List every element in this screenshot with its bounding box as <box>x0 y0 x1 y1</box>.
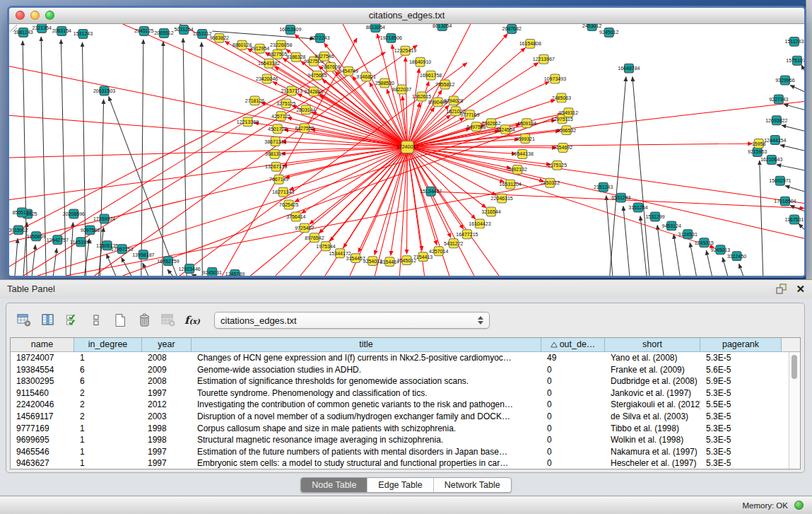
table-cell-year[interactable]: 2003 <box>142 411 192 423</box>
table-cell-name[interactable]: 9777169 <box>11 423 74 435</box>
table-cell-name[interactable]: 18724007 <box>11 352 74 364</box>
table-cell-in_degree[interactable]: 2 <box>74 411 142 423</box>
tab-network-table[interactable]: Network Table <box>433 478 511 492</box>
table-cell-pagerank[interactable]: 5.9E-5 <box>700 375 782 387</box>
column-header-pagerank[interactable]: pagerank <box>700 338 782 352</box>
table-cell-out_de[interactable]: 0 <box>541 387 605 399</box>
select-rows-icon[interactable] <box>63 311 81 329</box>
table-cell-title[interactable]: Disruption of a novel member of a sodium… <box>192 411 541 423</box>
table-cell-pagerank[interactable]: 5.3E-5 <box>700 446 782 458</box>
table-cell-short[interactable]: Wolkin et al. (1998) <box>605 434 700 446</box>
table-cell-short[interactable]: Nakamura et al. (1997) <box>605 446 700 458</box>
table-cell-in_degree[interactable]: 1 <box>74 457 142 469</box>
table-cell-pagerank[interactable]: 5.6E-5 <box>700 364 782 376</box>
column-header-name[interactable]: name <box>11 338 74 352</box>
table-row[interactable]: 969969511998Structural magnetic resonanc… <box>11 434 789 446</box>
table-cell-title[interactable]: Investigating the contribution of common… <box>192 399 541 411</box>
table-cell-year[interactable]: 2009 <box>142 364 192 376</box>
table-cell-short[interactable]: Stergiakouli et al. (2012) <box>605 399 700 411</box>
table-cell-in_degree[interactable]: 1 <box>74 352 142 364</box>
table-cell-title[interactable]: Corpus callosum shape and size in male p… <box>192 423 541 435</box>
table-cell-out_de[interactable]: 0 <box>541 446 605 458</box>
table-panel-titlebar[interactable]: Table Panel ✕ <box>0 280 812 298</box>
function-builder-icon[interactable]: f(x) <box>183 311 201 329</box>
table-cell-name[interactable]: 9465546 <box>11 446 74 458</box>
table-cell-in_degree[interactable]: 6 <box>74 364 142 376</box>
table-cell-title[interactable]: Embryonic stem cells: a model to study s… <box>192 457 541 469</box>
table-settings-icon[interactable] <box>15 311 33 329</box>
delete-column-icon[interactable] <box>135 311 153 329</box>
table-cell-pagerank[interactable]: 5.3E-5 <box>700 387 782 399</box>
table-cell-in_degree[interactable]: 1 <box>74 446 142 458</box>
graph-edge-black[interactable] <box>192 274 195 276</box>
column-header-short[interactable]: short <box>605 338 700 352</box>
column-header-year[interactable]: year <box>142 338 192 352</box>
vertical-scrollbar[interactable] <box>789 352 800 469</box>
table-cell-out_de[interactable]: 0 <box>541 399 605 411</box>
table-cell-pagerank[interactable]: 5.5E-5 <box>700 399 782 411</box>
table-cell-name[interactable]: 22420046 <box>11 399 74 411</box>
table-cell-title[interactable]: Changes of HCN gene expression and I(f) … <box>192 352 541 364</box>
table-cell-out_de[interactable]: 49 <box>541 352 605 364</box>
table-cell-year[interactable]: 2008 <box>142 375 192 387</box>
table-cell-year[interactable]: 2012 <box>142 399 192 411</box>
table-cell-pagerank[interactable]: 5.3E-5 <box>700 434 782 446</box>
table-cell-short[interactable]: Jankovic et al. (1997) <box>605 387 700 399</box>
table-cell-short[interactable]: Franke et al. (2009) <box>605 364 700 376</box>
table-row[interactable]: 1872400712008Changes of HCN gene express… <box>11 352 789 364</box>
row-height-icon[interactable] <box>87 311 105 329</box>
table-cell-out_de[interactable]: 0 <box>541 434 605 446</box>
table-cell-out_de[interactable]: 0 <box>541 364 605 376</box>
column-header-in_degree[interactable]: in_degree <box>74 338 142 352</box>
table-cell-year[interactable]: 1998 <box>142 434 192 446</box>
table-row[interactable]: 1456911722003Disruption of a novel membe… <box>11 411 789 423</box>
table-cell-name[interactable]: 14569117 <box>11 411 74 423</box>
scrollbar-thumb[interactable] <box>792 355 797 379</box>
table-cell-in_degree[interactable]: 1 <box>74 423 142 435</box>
close-panel-icon[interactable]: ✕ <box>796 283 805 296</box>
column-header-out_de[interactable]: out_de… <box>541 338 605 352</box>
show-columns-icon[interactable] <box>39 311 57 329</box>
table-cell-year[interactable]: 1997 <box>142 457 192 469</box>
table-cell-name[interactable]: 18300295 <box>11 375 74 387</box>
table-cell-pagerank[interactable]: 5.3E-5 <box>700 411 782 423</box>
table-cell-pagerank[interactable]: 5.3E-5 <box>700 352 782 364</box>
table-cell-short[interactable]: Hescheler et al. (1997) <box>605 457 700 469</box>
table-cell-out_de[interactable]: 0 <box>541 411 605 423</box>
table-row[interactable]: 977716911998Corpus callosum shape and si… <box>11 423 789 435</box>
table-row[interactable]: 2242004622012Investigating the contribut… <box>11 399 789 411</box>
table-cell-in_degree[interactable]: 2 <box>74 399 142 411</box>
table-cell-title[interactable]: Genome-wide association studies in ADHD. <box>192 364 541 376</box>
table-selector-dropdown[interactable]: citations_edges.txt <box>214 312 490 329</box>
table-cell-year[interactable]: 2008 <box>142 352 192 364</box>
table-cell-in_degree[interactable]: 6 <box>74 375 142 387</box>
table-cell-year[interactable]: 1997 <box>142 387 192 399</box>
table-cell-out_de[interactable]: 0 <box>541 423 605 435</box>
table-row[interactable]: 1938455462009Genome-wide association stu… <box>11 364 789 376</box>
table-row[interactable]: 946554611997Estimation of the future num… <box>11 446 789 458</box>
table-cell-name[interactable]: 9699695 <box>11 434 74 446</box>
delete-table-icon[interactable] <box>159 311 177 329</box>
table-cell-year[interactable]: 1997 <box>142 446 192 458</box>
table-cell-short[interactable]: Tibbo et al. (1998) <box>605 423 700 435</box>
tab-node-table[interactable]: Node Table <box>301 478 367 492</box>
table-cell-year[interactable]: 1998 <box>142 423 192 435</box>
table-cell-title[interactable]: Estimation of significance thresholds fo… <box>192 375 541 387</box>
table-cell-short[interactable]: Dudbridge et al. (2008) <box>605 375 700 387</box>
table-cell-name[interactable]: 19384554 <box>11 364 74 376</box>
table-cell-in_degree[interactable]: 1 <box>74 434 142 446</box>
column-header-title[interactable]: title <box>192 338 541 352</box>
table-cell-pagerank[interactable]: 5.3E-5 <box>700 457 782 469</box>
table-row[interactable]: 911546021997Tourette syndrome. Phenomeno… <box>11 387 789 399</box>
window-titlebar[interactable]: citations_edges.txt <box>9 8 804 24</box>
window-resize-grip[interactable] <box>9 24 803 274</box>
tab-edge-table[interactable]: Edge Table <box>367 478 433 492</box>
table-cell-title[interactable]: Structural magnetic resonance image aver… <box>192 434 541 446</box>
table-cell-name[interactable]: 9115460 <box>11 387 74 399</box>
table-cell-pagerank[interactable]: 5.3E-5 <box>700 423 782 435</box>
table-cell-in_degree[interactable]: 2 <box>74 387 142 399</box>
table-cell-name[interactable]: 9463627 <box>11 457 74 469</box>
float-window-icon[interactable] <box>776 284 787 295</box>
table-cell-title[interactable]: Estimation of the future numbers of pati… <box>192 446 541 458</box>
table-cell-out_de[interactable]: 0 <box>541 375 605 387</box>
